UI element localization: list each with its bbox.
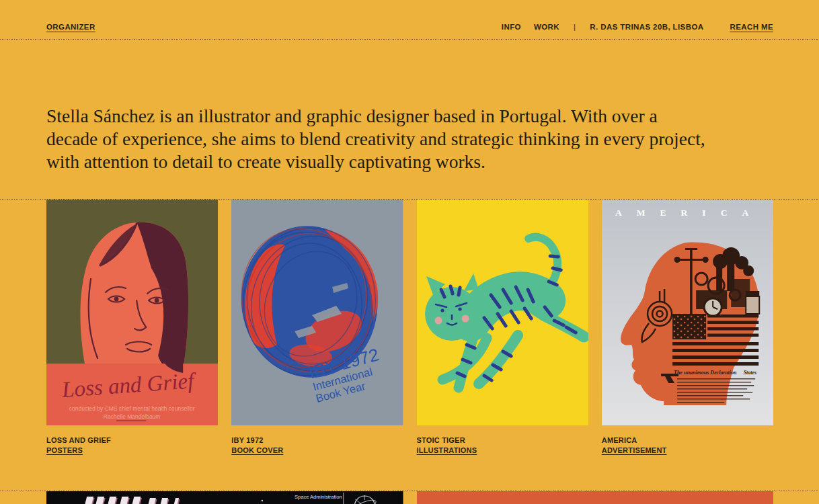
poster-image-iby-1972[interactable]: IBY 1972 International Book Year bbox=[231, 200, 403, 425]
project-grid: Loss and Grief conducted by CMS chief me… bbox=[46, 200, 773, 456]
america-illustration: AMERICA bbox=[602, 200, 773, 425]
project-title: IBY 1972 bbox=[231, 435, 403, 446]
project-card-stoic-tiger[interactable]: STOIC TIGER ILLUSTRATIONS bbox=[417, 200, 588, 456]
portfolio-page: ORGANIZER INFO WORK | R. DAS TRINAS 20B,… bbox=[0, 0, 819, 504]
declaration-heading-end: States bbox=[743, 370, 756, 376]
poster-image-stoic-tiger[interactable] bbox=[417, 200, 588, 425]
project-category-link[interactable]: ILLUSTRATIONS bbox=[417, 446, 477, 456]
project-category-link[interactable]: POSTERS bbox=[46, 446, 83, 456]
iby-1972-illustration: IBY 1972 International Book Year bbox=[231, 200, 403, 425]
project-card-space-poster[interactable]: Space Administration bbox=[46, 491, 403, 504]
america-poster-title: AMERICA bbox=[615, 208, 763, 218]
header-divider-line bbox=[0, 39, 819, 40]
intro-text: Stella Sánchez is an illustrator and gra… bbox=[46, 105, 792, 173]
organizer-logo[interactable]: ORGANIZER bbox=[46, 23, 95, 31]
declaration-heading: The unanimous Declaration bbox=[674, 370, 737, 376]
space-poster-illustration: Space Administration bbox=[46, 491, 403, 504]
project-grid-row2: Space Administration bbox=[46, 491, 773, 504]
project-caption: STOIC TIGER ILLUSTRATIONS bbox=[417, 435, 588, 456]
project-caption: IBY 1972 BOOK COVER bbox=[231, 435, 403, 456]
header: ORGANIZER INFO WORK | R. DAS TRINAS 20B,… bbox=[0, 0, 819, 39]
loss-poster-credit-line1: conducted by CMS chief mental health cou… bbox=[69, 405, 195, 412]
stoic-tiger-illustration bbox=[417, 200, 588, 425]
reach-me-link[interactable]: REACH ME bbox=[730, 23, 773, 31]
project-card-iby-1972[interactable]: IBY 1972 International Book Year IBY 197… bbox=[231, 200, 403, 456]
project-title: STOIC TIGER bbox=[417, 435, 588, 446]
intro-line: Stella Sánchez is an illustrator and gra… bbox=[46, 105, 792, 128]
nav-divider: | bbox=[574, 23, 576, 31]
project-caption: AMERICA ADVERTISEMENT bbox=[602, 435, 773, 456]
intro-line: with attention to detail to create visua… bbox=[46, 151, 792, 173]
nav-info[interactable]: INFO bbox=[502, 23, 521, 31]
project-title: LOSS AND GRIEF bbox=[46, 435, 218, 446]
project-category-link[interactable]: ADVERTISEMENT bbox=[602, 446, 667, 456]
header-nav: INFO WORK | R. DAS TRINAS 20B, LISBOA RE… bbox=[502, 23, 773, 31]
project-card-america[interactable]: AMERICA bbox=[602, 200, 773, 456]
project-title: AMERICA bbox=[602, 435, 773, 446]
project-category-link[interactable]: BOOK COVER bbox=[231, 446, 283, 456]
space-administration-label: Space Administration bbox=[295, 494, 342, 500]
loss-and-grief-illustration: Loss and Grief conducted by CMS chief me… bbox=[46, 200, 218, 425]
poster-image-america[interactable]: AMERICA bbox=[602, 200, 773, 425]
project-card-orange-poster[interactable] bbox=[417, 491, 774, 504]
loss-poster-credit-line2: Rachelle Mandelbaum bbox=[104, 413, 161, 420]
project-card-loss-and-grief[interactable]: Loss and Grief conducted by CMS chief me… bbox=[46, 200, 218, 456]
intro-line: decade of experience, she aims to blend … bbox=[46, 128, 792, 151]
nav-work[interactable]: WORK bbox=[534, 23, 559, 31]
header-address: R. DAS TRINAS 20B, LISBOA bbox=[590, 23, 703, 31]
project-caption: LOSS AND GRIEF POSTERS bbox=[46, 435, 218, 456]
poster-image-loss-and-grief[interactable]: Loss and Grief conducted by CMS chief me… bbox=[46, 200, 218, 425]
